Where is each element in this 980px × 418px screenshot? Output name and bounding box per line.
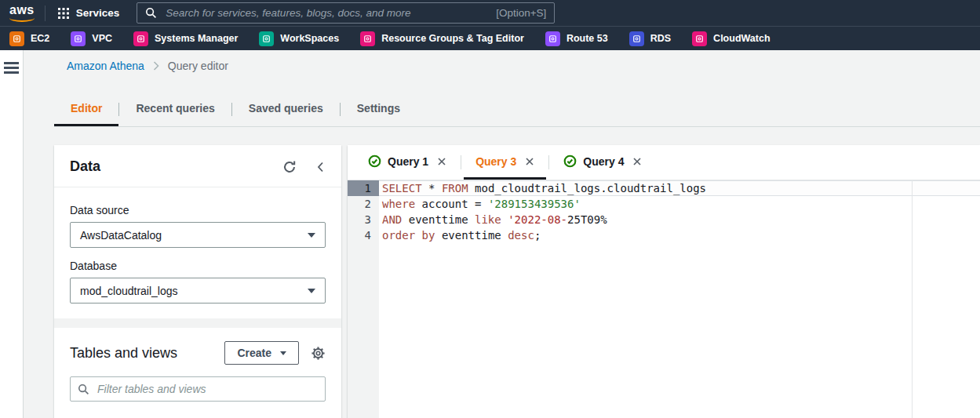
favorites-bar-item-systems-manager[interactable]: Systems Manager xyxy=(133,31,238,46)
query-tab-divider xyxy=(461,155,461,169)
favorites-bar: EC2VPCSystems ManagerWorkSpacesResource … xyxy=(0,26,980,50)
cloudwatch-service-icon xyxy=(692,31,707,46)
filter-tables-input[interactable] xyxy=(96,382,318,396)
code-lines: SELECT * FROM mod_cloudtrail_logs.cloudt… xyxy=(379,180,980,418)
global-search-box[interactable]: [Option+S] xyxy=(137,2,555,24)
aws-logo[interactable]: aws xyxy=(9,4,35,22)
filter-tables-box[interactable] xyxy=(70,376,326,402)
query-tab-query-3[interactable]: Query 3 xyxy=(464,145,546,180)
search-icon xyxy=(78,383,89,395)
data-panel-header: Data xyxy=(54,145,341,187)
favorites-bar-item-label: Systems Manager xyxy=(155,33,238,44)
code-line: order by eventtime desc; xyxy=(379,227,980,243)
favorites-bar-item-route-53[interactable]: Route 53 xyxy=(545,31,608,46)
code-line: SELECT * FROM mod_cloudtrail_logs.cloudt… xyxy=(379,180,980,196)
search-input[interactable] xyxy=(164,6,489,20)
check-circle-icon xyxy=(563,154,577,168)
workspaces-service-icon xyxy=(259,31,274,46)
create-button-label: Create xyxy=(237,347,271,359)
query-tab-label: Query 1 xyxy=(388,155,428,168)
line-number: 1 xyxy=(348,180,379,196)
check-circle-icon xyxy=(368,154,381,168)
line-number: 4 xyxy=(348,227,379,243)
data-panel-title: Data xyxy=(70,158,100,175)
page-content: Amazon Athena Query editor EditorRecent … xyxy=(24,50,980,418)
gear-icon[interactable] xyxy=(311,346,326,361)
query-tab-label: Query 4 xyxy=(583,155,624,168)
tabs-bottom-rule xyxy=(54,126,980,127)
tab-saved-queries[interactable]: Saved queries xyxy=(232,93,340,126)
query-tab-query-1[interactable]: Query 1 xyxy=(356,145,458,180)
favorites-bar-item-label: Resource Groups & Tag Editor xyxy=(381,33,524,44)
top-navigation-bar: aws Services [Option+S] xyxy=(0,0,980,26)
hamburger-menu-icon[interactable] xyxy=(4,62,19,74)
favorites-bar-item-ec2[interactable]: EC2 xyxy=(9,31,49,46)
data-source-label: Data source xyxy=(70,204,326,216)
line-number: 2 xyxy=(348,196,379,212)
data-panel: Data Data source AwsDataCatalog xyxy=(54,145,341,418)
tables-and-views-header: Tables and views Create xyxy=(70,341,326,365)
create-button[interactable]: Create xyxy=(224,341,299,365)
query-tab-label: Query 3 xyxy=(475,155,516,168)
close-tab-icon[interactable] xyxy=(632,157,642,166)
line-number-gutter: 1234 xyxy=(348,180,379,418)
favorites-bar-item-vpc[interactable]: VPC xyxy=(71,31,112,46)
tables-and-views-title: Tables and views xyxy=(70,345,224,362)
print-margin-line xyxy=(912,180,913,418)
database-select[interactable]: mod_cloudtrail_logs xyxy=(70,278,326,304)
search-shortcut-hint: [Option+S] xyxy=(496,7,546,19)
close-tab-icon[interactable] xyxy=(525,157,534,166)
query-tab-bar: Query 1Query 3Query 4 xyxy=(348,145,980,180)
services-menu-button[interactable]: Services xyxy=(46,0,133,26)
ec2-service-icon xyxy=(9,31,24,46)
tab-recent-queries[interactable]: Recent queries xyxy=(119,93,231,126)
breadcrumb-chevron-icon xyxy=(153,61,159,71)
tab-label: Recent queries xyxy=(136,102,214,114)
tab-label: Settings xyxy=(357,102,400,114)
query-editor-panel: Query 1Query 3Query 4 1234 SELECT * FROM… xyxy=(348,145,980,418)
favorites-bar-item-label: RDS xyxy=(650,33,671,44)
line-number: 3 xyxy=(348,212,379,227)
collapse-panel-icon[interactable] xyxy=(315,161,326,173)
tab-editor[interactable]: Editor xyxy=(54,93,118,126)
rds-service-icon xyxy=(629,31,644,46)
refresh-icon[interactable] xyxy=(282,160,297,174)
aws-smile-swoosh xyxy=(9,17,35,22)
chevron-down-icon xyxy=(308,289,315,293)
favorites-bar-item-resource-groups-tag-editor[interactable]: Resource Groups & Tag Editor xyxy=(360,31,524,46)
sql-code-editor[interactable]: 1234 SELECT * FROM mod_cloudtrail_logs.c… xyxy=(348,180,980,418)
services-label: Services xyxy=(76,7,120,19)
data-source-value: AwsDataCatalog xyxy=(80,229,162,242)
query-tab-divider xyxy=(548,155,549,169)
close-tab-icon[interactable] xyxy=(437,157,446,166)
data-source-select[interactable]: AwsDataCatalog xyxy=(70,222,326,248)
grid-icon xyxy=(58,8,69,19)
systems-manager-service-icon xyxy=(133,31,148,46)
favorites-bar-item-label: VPC xyxy=(92,33,112,44)
chevron-down-icon xyxy=(308,233,315,238)
tab-settings[interactable]: Settings xyxy=(341,93,417,126)
resource-groups-tag-editor-service-icon xyxy=(360,31,375,46)
route-53-service-icon xyxy=(545,31,560,46)
favorites-bar-item-label: EC2 xyxy=(31,33,49,44)
tab-label: Editor xyxy=(71,102,102,114)
page-tabs: EditorRecent queriesSaved queriesSetting… xyxy=(54,93,417,126)
aws-logo-text: aws xyxy=(9,3,35,16)
tab-label: Saved queries xyxy=(249,102,323,114)
favorites-bar-item-label: Route 53 xyxy=(567,33,608,44)
code-line: AND eventtime like '2022-08-25T09% xyxy=(379,212,980,227)
favorites-bar-item-label: CloudWatch xyxy=(713,33,770,44)
chevron-down-icon xyxy=(280,351,286,355)
breadcrumb-link-athena[interactable]: Amazon Athena xyxy=(67,60,144,72)
database-value: mod_cloudtrail_logs xyxy=(80,285,178,297)
favorites-bar-item-workspaces[interactable]: WorkSpaces xyxy=(259,31,339,46)
code-line: where account = '289153439536' xyxy=(379,196,980,212)
favorites-bar-item-rds[interactable]: RDS xyxy=(629,31,671,46)
breadcrumb: Amazon Athena Query editor xyxy=(67,60,228,72)
collapsed-sidebar xyxy=(0,50,24,418)
favorites-bar-item-cloudwatch[interactable]: CloudWatch xyxy=(692,31,770,46)
data-panel-body: Data source AwsDataCatalog Database mod_… xyxy=(54,187,341,418)
query-tab-query-4[interactable]: Query 4 xyxy=(552,145,654,180)
database-label: Database xyxy=(70,260,326,272)
vpc-service-icon xyxy=(71,31,86,46)
